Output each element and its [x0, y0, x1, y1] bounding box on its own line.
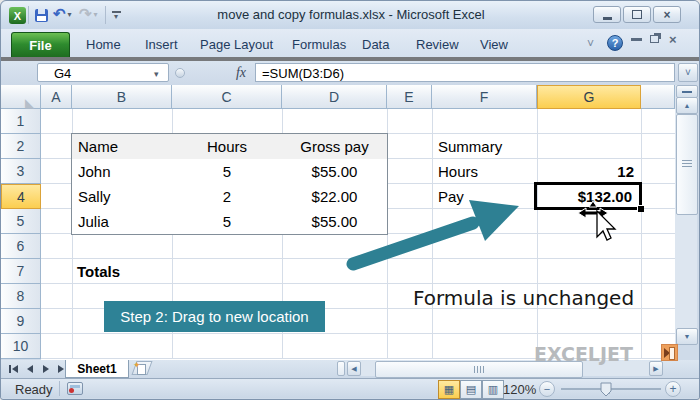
table-cell[interactable]: John [72, 159, 179, 185]
column-header-c[interactable]: C [172, 85, 282, 109]
macro-record-icon[interactable] [67, 382, 83, 395]
page-break-view-icon: ▥ [488, 383, 498, 396]
column-header-b[interactable]: B [72, 85, 172, 109]
table-cell[interactable]: Sally [72, 184, 179, 210]
row-header-9[interactable]: 9 [1, 309, 41, 334]
help-icon[interactable]: ? [607, 35, 623, 51]
column-header-a[interactable]: A [41, 85, 72, 109]
row-header-3[interactable]: 3 [1, 159, 41, 184]
column-header-f[interactable]: F [432, 85, 537, 109]
status-bar: Ready ▦ ▤ ▥ 120% − + [1, 378, 700, 398]
workbook-close-icon[interactable]: × [669, 32, 677, 47]
next-sheet-icon[interactable] [39, 363, 52, 375]
table-header-cell[interactable]: Hours [172, 134, 283, 160]
formula-bar-grip-icon[interactable] [175, 68, 185, 78]
zoom-in-button[interactable]: + [665, 381, 681, 397]
zoom-out-button[interactable]: − [539, 381, 555, 397]
table-header-cell[interactable]: Gross pay [282, 134, 388, 160]
fill-handle[interactable] [637, 205, 644, 212]
formula-bar: G4 ▾ fx =SUM(D3:D6) ˅ [1, 61, 700, 85]
restore-icon [632, 10, 642, 19]
tab-split-handle[interactable] [337, 361, 345, 376]
page-layout-view-button[interactable]: ▤ [460, 380, 482, 399]
ribbon-collapse-icon[interactable]: ˅ [587, 37, 594, 51]
select-all-icon: ◣ [25, 98, 34, 108]
workbook-restore-icon[interactable] [650, 35, 659, 43]
table-cell[interactable]: 5 [172, 209, 283, 235]
summary-hours-label[interactable]: Hours [438, 159, 478, 184]
row-header-4-selected[interactable]: 4 [1, 184, 41, 209]
normal-view-button[interactable]: ▦ [438, 380, 460, 399]
gridline [432, 109, 433, 359]
row-header-7[interactable]: 7 [1, 259, 41, 284]
formula-bar-expand-icon[interactable]: ˅ [678, 63, 698, 82]
page-layout-view-icon: ▤ [466, 383, 476, 396]
select-all-button[interactable]: ◣ [1, 85, 41, 109]
zoom-level[interactable]: 120% [503, 382, 536, 397]
table-cell[interactable]: 5 [172, 159, 283, 185]
prev-sheet-icon[interactable] [23, 363, 36, 375]
formula-text: =SUM(D3:D6) [262, 66, 344, 81]
first-sheet-icon[interactable] [7, 363, 20, 375]
scroll-down-icon[interactable]: ▼ [676, 328, 698, 345]
zoom-slider-thumb[interactable] [600, 382, 612, 397]
totals-label[interactable]: Totals [77, 259, 120, 284]
tab-home[interactable]: Home [73, 32, 134, 57]
row-header-10[interactable]: 10 [1, 334, 41, 359]
row-header-1[interactable]: 1 [1, 109, 41, 134]
summary-title[interactable]: Summary [438, 134, 502, 159]
restore-button[interactable] [623, 6, 651, 23]
active-cell-border[interactable] [534, 182, 642, 210]
close-icon: × [663, 8, 670, 22]
hscroll-left-icon[interactable]: ◀ [347, 361, 361, 376]
step-banner: Step 2: Drag to new location [104, 301, 325, 332]
workbook-minimize-icon[interactable] [631, 38, 642, 41]
tab-view[interactable]: View [467, 32, 521, 57]
table-cell[interactable]: $55.00 [282, 159, 388, 185]
table-cell[interactable]: $22.00 [282, 184, 388, 210]
scroll-up-icon[interactable]: ▲ [676, 97, 698, 114]
table-header-cell[interactable]: Name [72, 134, 179, 160]
zoom-out-icon: − [544, 383, 550, 395]
fx-icon[interactable]: fx [229, 63, 253, 82]
formula-note: Formula is unchanged [401, 286, 646, 310]
column-header-d[interactable]: D [282, 85, 387, 109]
summary-hours-value[interactable]: 12 [537, 159, 634, 184]
hscroll-right-icon[interactable]: ▶ [649, 361, 663, 376]
column-header-e[interactable]: E [387, 85, 432, 109]
tab-file[interactable]: File [11, 32, 70, 58]
tab-insert[interactable]: Insert [132, 32, 191, 57]
gridline [537, 109, 538, 359]
row-header-8[interactable]: 8 [1, 284, 41, 309]
name-box[interactable]: G4 ▾ [37, 63, 169, 82]
tab-review[interactable]: Review [403, 32, 472, 57]
vscroll-thumb[interactable] [676, 114, 698, 215]
status-mode: Ready [15, 382, 53, 397]
tab-data[interactable]: Data [349, 32, 402, 57]
sheet-tab-active[interactable]: Sheet1 [65, 360, 129, 378]
excel-window: X ↶ ▾ ↷ ▾ ▾ move and copy formulas.xlsx … [0, 0, 700, 400]
summary-pay-label[interactable]: Pay [438, 184, 464, 209]
close-button[interactable]: × [653, 6, 681, 23]
name-box-dropdown-icon[interactable]: ▾ [154, 69, 159, 79]
title-bar: X ↶ ▾ ↷ ▾ ▾ move and copy formulas.xlsx … [1, 1, 700, 29]
page-break-view-button[interactable]: ▥ [482, 380, 504, 399]
tab-formulas[interactable]: Formulas [279, 32, 359, 57]
insert-worksheet-icon[interactable]: ✦ [135, 363, 145, 373]
minimize-button[interactable] [593, 6, 621, 23]
tab-page-layout[interactable]: Page Layout [187, 32, 286, 57]
normal-view-icon: ▦ [444, 383, 454, 396]
row-header-6[interactable]: 6 [1, 234, 41, 259]
column-header-g-selected[interactable]: G [537, 85, 641, 109]
view-shortcuts: ▦ ▤ ▥ [438, 380, 504, 399]
vertical-scrollbar[interactable]: ▲ ▼ [675, 85, 697, 345]
row-header-5[interactable]: 5 [1, 209, 41, 234]
row-header-2[interactable]: 2 [1, 134, 41, 159]
formula-input[interactable]: =SUM(D3:D6) [255, 63, 675, 82]
ribbon-tab-row: File Home Insert Page Layout Formulas Da… [1, 29, 700, 57]
table-cell[interactable]: Julia [72, 209, 179, 235]
column-header-h-partial[interactable] [641, 85, 675, 109]
table-cell[interactable]: 2 [172, 184, 283, 210]
gridline [641, 109, 642, 359]
table-cell[interactable]: $55.00 [282, 209, 388, 235]
